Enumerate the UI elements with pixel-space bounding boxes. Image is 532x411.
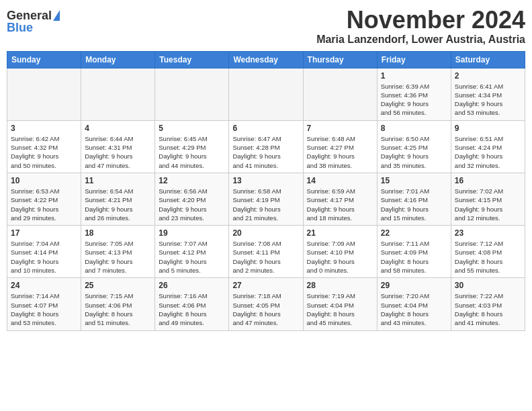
- calendar-cell: 12Sunrise: 6:56 AM Sunset: 4:20 PM Dayli…: [155, 173, 229, 225]
- day-number: 1: [381, 71, 447, 81]
- day-info: Sunrise: 7:11 AM Sunset: 4:09 PM Dayligh…: [381, 239, 447, 275]
- day-info: Sunrise: 6:48 AM Sunset: 4:27 PM Dayligh…: [307, 134, 373, 170]
- day-number: 25: [85, 281, 151, 290]
- calendar-cell: 24Sunrise: 7:14 AM Sunset: 4:07 PM Dayli…: [7, 278, 81, 330]
- calendar-cell: 25Sunrise: 7:15 AM Sunset: 4:06 PM Dayli…: [81, 278, 155, 330]
- calendar-table: SundayMondayTuesdayWednesdayThursdayFrid…: [7, 51, 525, 331]
- day-number: 20: [232, 228, 299, 238]
- calendar-header-row: SundayMondayTuesdayWednesdayThursdayFrid…: [7, 51, 525, 68]
- calendar-cell: 8Sunrise: 6:50 AM Sunset: 4:25 PM Daylig…: [377, 120, 451, 173]
- day-number: 16: [455, 176, 521, 185]
- calendar-cell: 7Sunrise: 6:48 AM Sunset: 4:27 PM Daylig…: [303, 120, 377, 173]
- day-info: Sunrise: 6:42 AM Sunset: 4:32 PM Dayligh…: [11, 134, 77, 170]
- day-info: Sunrise: 7:18 AM Sunset: 4:05 PM Dayligh…: [232, 291, 299, 327]
- calendar-cell: 9Sunrise: 6:51 AM Sunset: 4:24 PM Daylig…: [451, 120, 525, 173]
- day-info: Sunrise: 7:02 AM Sunset: 4:15 PM Dayligh…: [455, 187, 521, 222]
- calendar-cell: 20Sunrise: 7:08 AM Sunset: 4:11 PM Dayli…: [229, 226, 303, 278]
- day-number: 30: [455, 281, 521, 290]
- day-of-week-header: Sunday: [7, 51, 81, 68]
- page-header: General Blue November 2024 Maria Lanzend…: [7, 7, 525, 46]
- day-info: Sunrise: 7:07 AM Sunset: 4:12 PM Dayligh…: [159, 239, 225, 275]
- logo-blue-text: Blue: [7, 21, 33, 34]
- day-of-week-header: Saturday: [451, 51, 525, 68]
- calendar-cell: [229, 68, 303, 120]
- day-info: Sunrise: 7:09 AM Sunset: 4:10 PM Dayligh…: [307, 239, 373, 275]
- day-info: Sunrise: 6:47 AM Sunset: 4:28 PM Dayligh…: [232, 134, 299, 170]
- day-info: Sunrise: 6:51 AM Sunset: 4:24 PM Dayligh…: [455, 134, 521, 170]
- day-number: 8: [381, 124, 447, 133]
- calendar-cell: 17Sunrise: 7:04 AM Sunset: 4:14 PM Dayli…: [7, 226, 81, 278]
- day-of-week-header: Wednesday: [229, 51, 303, 68]
- calendar-cell: 22Sunrise: 7:11 AM Sunset: 4:09 PM Dayli…: [377, 226, 451, 278]
- day-number: 12: [159, 176, 225, 185]
- calendar-cell: 4Sunrise: 6:44 AM Sunset: 4:31 PM Daylig…: [81, 120, 155, 173]
- calendar-cell: 26Sunrise: 7:16 AM Sunset: 4:06 PM Dayli…: [155, 278, 229, 330]
- calendar-cell: 14Sunrise: 6:59 AM Sunset: 4:17 PM Dayli…: [303, 173, 377, 225]
- calendar-cell: 6Sunrise: 6:47 AM Sunset: 4:28 PM Daylig…: [229, 120, 303, 173]
- calendar-cell: 2Sunrise: 6:41 AM Sunset: 4:34 PM Daylig…: [451, 68, 525, 120]
- day-number: 14: [307, 176, 373, 185]
- day-info: Sunrise: 7:16 AM Sunset: 4:06 PM Dayligh…: [159, 291, 225, 327]
- day-info: Sunrise: 7:22 AM Sunset: 4:03 PM Dayligh…: [455, 291, 521, 327]
- day-info: Sunrise: 7:20 AM Sunset: 4:04 PM Dayligh…: [381, 291, 447, 327]
- calendar-cell: 16Sunrise: 7:02 AM Sunset: 4:15 PM Dayli…: [451, 173, 525, 225]
- day-of-week-header: Thursday: [303, 51, 377, 68]
- day-of-week-header: Friday: [377, 51, 451, 68]
- day-number: 9: [455, 124, 521, 133]
- day-number: 23: [455, 228, 521, 238]
- calendar-cell: [303, 68, 377, 120]
- day-info: Sunrise: 7:15 AM Sunset: 4:06 PM Dayligh…: [85, 291, 151, 327]
- day-info: Sunrise: 6:39 AM Sunset: 4:36 PM Dayligh…: [381, 82, 447, 118]
- month-title: November 2024: [316, 7, 525, 34]
- day-number: 24: [11, 281, 77, 290]
- calendar-cell: 30Sunrise: 7:22 AM Sunset: 4:03 PM Dayli…: [451, 278, 525, 330]
- day-number: 27: [232, 281, 299, 290]
- day-of-week-header: Monday: [81, 51, 155, 68]
- day-info: Sunrise: 7:08 AM Sunset: 4:11 PM Dayligh…: [232, 239, 299, 275]
- calendar-cell: [155, 68, 229, 120]
- calendar-cell: 11Sunrise: 6:54 AM Sunset: 4:21 PM Dayli…: [81, 173, 155, 225]
- calendar-cell: 13Sunrise: 6:58 AM Sunset: 4:19 PM Dayli…: [229, 173, 303, 225]
- day-number: 2: [455, 71, 521, 81]
- logo: General Blue: [7, 7, 60, 34]
- day-info: Sunrise: 6:54 AM Sunset: 4:21 PM Dayligh…: [85, 187, 151, 222]
- calendar-cell: 18Sunrise: 7:05 AM Sunset: 4:13 PM Dayli…: [81, 226, 155, 278]
- day-number: 18: [85, 228, 151, 238]
- day-number: 19: [159, 228, 225, 238]
- calendar-week-row: 17Sunrise: 7:04 AM Sunset: 4:14 PM Dayli…: [7, 226, 525, 278]
- day-info: Sunrise: 7:01 AM Sunset: 4:16 PM Dayligh…: [381, 187, 447, 222]
- day-info: Sunrise: 6:41 AM Sunset: 4:34 PM Dayligh…: [455, 82, 521, 118]
- calendar-cell: [81, 68, 155, 120]
- calendar-cell: 29Sunrise: 7:20 AM Sunset: 4:04 PM Dayli…: [377, 278, 451, 330]
- day-number: 11: [85, 176, 151, 185]
- calendar-cell: 15Sunrise: 7:01 AM Sunset: 4:16 PM Dayli…: [377, 173, 451, 225]
- day-info: Sunrise: 6:45 AM Sunset: 4:29 PM Dayligh…: [159, 134, 225, 170]
- calendar-week-row: 24Sunrise: 7:14 AM Sunset: 4:07 PM Dayli…: [7, 278, 525, 330]
- day-info: Sunrise: 7:04 AM Sunset: 4:14 PM Dayligh…: [11, 239, 77, 275]
- day-number: 26: [159, 281, 225, 290]
- day-info: Sunrise: 7:19 AM Sunset: 4:04 PM Dayligh…: [307, 291, 373, 327]
- calendar-cell: [7, 68, 81, 120]
- calendar-cell: 27Sunrise: 7:18 AM Sunset: 4:05 PM Dayli…: [229, 278, 303, 330]
- day-number: 15: [381, 176, 447, 185]
- day-number: 3: [11, 124, 77, 133]
- day-number: 21: [307, 228, 373, 238]
- day-number: 4: [85, 124, 151, 133]
- location-title: Maria Lanzendorf, Lower Austria, Austria: [316, 34, 525, 46]
- day-of-week-header: Tuesday: [155, 51, 229, 68]
- calendar-cell: 10Sunrise: 6:53 AM Sunset: 4:22 PM Dayli…: [7, 173, 81, 225]
- calendar-cell: 28Sunrise: 7:19 AM Sunset: 4:04 PM Dayli…: [303, 278, 377, 330]
- calendar-cell: 21Sunrise: 7:09 AM Sunset: 4:10 PM Dayli…: [303, 226, 377, 278]
- calendar-cell: 19Sunrise: 7:07 AM Sunset: 4:12 PM Dayli…: [155, 226, 229, 278]
- day-number: 6: [232, 124, 299, 133]
- day-number: 10: [11, 176, 77, 185]
- day-info: Sunrise: 6:53 AM Sunset: 4:22 PM Dayligh…: [11, 187, 77, 222]
- calendar-week-row: 10Sunrise: 6:53 AM Sunset: 4:22 PM Dayli…: [7, 173, 525, 225]
- day-number: 22: [381, 228, 447, 238]
- day-info: Sunrise: 6:58 AM Sunset: 4:19 PM Dayligh…: [232, 187, 299, 222]
- calendar-cell: 1Sunrise: 6:39 AM Sunset: 4:36 PM Daylig…: [377, 68, 451, 120]
- day-number: 28: [307, 281, 373, 290]
- logo-general-text: General: [7, 9, 52, 21]
- day-number: 5: [159, 124, 225, 133]
- calendar-week-row: 1Sunrise: 6:39 AM Sunset: 4:36 PM Daylig…: [7, 68, 525, 120]
